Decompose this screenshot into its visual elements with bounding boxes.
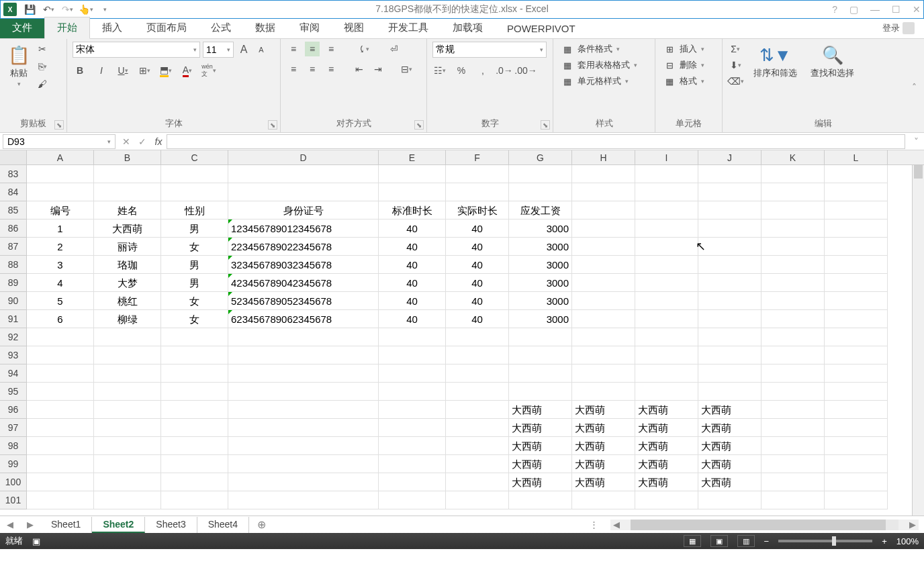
zoom-slider-thumb[interactable] [832,536,836,546]
cell[interactable] [825,310,888,328]
autosum-icon[interactable]: Σ▾ [728,42,743,56]
cell[interactable] [825,165,888,183]
cell[interactable] [635,274,698,292]
cell[interactable]: 性别 [161,201,228,219]
cell[interactable]: 大西萌 [572,401,635,419]
cell[interactable] [228,419,379,437]
cell[interactable] [761,165,825,183]
cell[interactable] [509,383,572,401]
cell[interactable] [635,183,698,201]
cell[interactable]: 大西萌 [572,473,635,491]
cell[interactable] [94,383,161,401]
align-left-icon[interactable]: ≡ [286,62,301,77]
merge-cells-icon[interactable]: ⊟▾ [399,62,414,77]
cell[interactable]: 大西萌 [509,455,572,473]
cell[interactable]: 123456789012345678 [228,219,379,238]
cell[interactable] [698,328,761,346]
row-header[interactable]: 99 [0,455,27,473]
cell[interactable]: 大西萌 [509,437,572,455]
format-as-table-button[interactable]: ▦套用表格格式▾ [559,58,640,72]
align-top-icon[interactable]: ≡ [286,42,301,56]
cell[interactable] [228,491,379,509]
cell[interactable] [161,491,228,509]
indent-increase-icon[interactable]: ⇥ [371,62,385,77]
cell[interactable] [379,491,446,509]
cell[interactable]: 男 [161,219,228,238]
cell[interactable] [228,165,379,183]
indent-decrease-icon[interactable]: ⇤ [352,62,367,77]
row-header[interactable]: 96 [0,401,27,419]
cell[interactable] [27,183,94,201]
cell[interactable] [446,183,509,201]
row-header[interactable]: 85 [0,201,27,219]
cell[interactable] [761,274,825,292]
cell[interactable] [635,292,698,310]
col-header[interactable]: D [228,150,379,164]
cell[interactable] [635,219,698,238]
cell[interactable] [825,201,888,219]
login-button[interactable]: 登录 [873,18,924,38]
cell[interactable]: 40 [446,219,509,238]
number-format-combo[interactable]: 常规▾ [432,42,547,58]
formula-input[interactable] [167,134,905,149]
cell[interactable] [698,256,761,274]
col-header[interactable]: C [161,150,228,164]
sheet-tab[interactable]: Sheet2 [92,517,145,533]
cell[interactable] [825,473,888,491]
col-header[interactable]: G [509,150,572,164]
cell[interactable] [698,364,761,383]
col-header[interactable]: I [635,150,698,164]
cell[interactable] [379,364,446,383]
cell[interactable]: 40 [379,292,446,310]
cell[interactable] [509,183,572,201]
cell[interactable]: 3000 [509,274,572,292]
enter-formula-icon[interactable]: ✓ [134,134,150,149]
cell[interactable] [161,346,228,364]
cell[interactable] [635,165,698,183]
cell[interactable]: 大西萌 [509,473,572,491]
cell[interactable] [27,383,94,401]
row-header[interactable]: 95 [0,383,27,401]
view-page-break-icon[interactable]: ▥ [737,535,755,547]
cell[interactable] [94,419,161,437]
cell[interactable] [635,491,698,509]
cell[interactable] [825,346,888,364]
cell[interactable] [94,455,161,473]
cell[interactable]: 40 [379,256,446,274]
cell[interactable] [94,437,161,455]
cell[interactable]: 3000 [509,292,572,310]
cell[interactable] [635,201,698,219]
cell[interactable]: 女 [161,238,228,256]
cell[interactable] [572,165,635,183]
tab-addins[interactable]: 加载项 [441,17,495,38]
cell[interactable] [825,455,888,473]
cell[interactable] [228,183,379,201]
cell[interactable] [228,364,379,383]
collapse-ribbon-icon[interactable]: ˄ [909,83,919,92]
cell[interactable] [698,346,761,364]
cell[interactable] [228,437,379,455]
save-icon[interactable]: 💾 [24,3,36,15]
col-header[interactable]: K [761,150,825,164]
cell[interactable] [698,383,761,401]
row-header[interactable]: 90 [0,292,27,310]
cell[interactable]: 丽诗 [94,238,161,256]
copy-icon[interactable]: ⎘▾ [35,59,50,74]
tab-formulas[interactable]: 公式 [199,17,243,38]
cell[interactable]: 标准时长 [379,201,446,219]
col-header[interactable]: J [698,150,761,164]
sheet-nav-next-icon[interactable]: ▶ [27,520,34,530]
help-icon[interactable]: ? [832,4,837,15]
hsb-left-icon[interactable]: ◀ [613,520,620,530]
orientation-icon[interactable]: ⤹▾ [356,42,371,56]
col-header[interactable]: L [825,150,888,164]
cell[interactable] [761,256,825,274]
cell[interactable] [379,165,446,183]
shrink-font-icon[interactable]: A [254,42,269,57]
phonetic-icon[interactable]: wén文▾ [201,63,216,78]
cell[interactable] [228,455,379,473]
cell[interactable] [379,419,446,437]
cell[interactable] [446,473,509,491]
sheet-nav-prev-icon[interactable]: ◀ [7,520,13,530]
cell[interactable] [572,292,635,310]
